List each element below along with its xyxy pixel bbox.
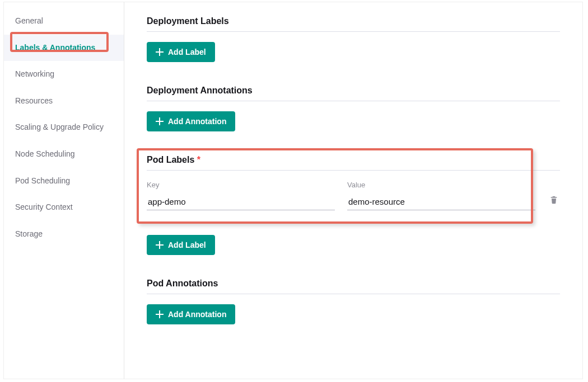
delete-pod-label-button[interactable] <box>548 195 560 207</box>
section-title: Pod Labels * <box>147 155 560 171</box>
plus-icon <box>156 241 164 249</box>
sidebar-item-general[interactable]: General <box>4 8 124 35</box>
sidebar-item-labels-annotations[interactable]: Labels & Annotations <box>4 35 124 62</box>
section-deployment-labels: Deployment Labels Add Label <box>147 16 560 62</box>
section-title: Pod Annotations <box>147 279 560 294</box>
sidebar-item-label: Node Scheduling <box>15 149 75 158</box>
pod-label-value-col: Value <box>347 181 535 210</box>
sidebar-item-label: Security Context <box>15 202 73 211</box>
sidebar: General Labels & Annotations Networking … <box>4 2 124 379</box>
sidebar-item-security-context[interactable]: Security Context <box>4 194 124 221</box>
app-frame: General Labels & Annotations Networking … <box>3 2 583 379</box>
sidebar-item-label: Labels & Annotations <box>15 43 95 52</box>
add-pod-annotation-button[interactable]: Add Annotation <box>147 304 235 324</box>
add-deployment-annotation-button[interactable]: Add Annotation <box>147 111 235 131</box>
section-pod-annotations: Pod Annotations Add Annotation <box>147 279 560 324</box>
section-deployment-annotations: Deployment Annotations Add Annotation <box>147 86 560 131</box>
section-pod-labels: Pod Labels * Key Value <box>147 155 560 255</box>
add-deployment-label-button[interactable]: Add Label <box>147 42 215 62</box>
pod-label-key-col: Key <box>147 181 335 210</box>
sidebar-item-scaling-upgrade-policy[interactable]: Scaling & Upgrade Policy <box>4 114 124 141</box>
sidebar-item-node-scheduling[interactable]: Node Scheduling <box>4 141 124 168</box>
sidebar-item-label: Resources <box>15 96 53 105</box>
section-title: Deployment Labels <box>147 16 560 32</box>
button-label: Add Annotation <box>168 117 226 126</box>
sidebar-item-storage[interactable]: Storage <box>4 221 124 248</box>
sidebar-item-label: Scaling & Upgrade Policy <box>15 122 104 131</box>
add-pod-label-button[interactable]: Add Label <box>147 235 215 255</box>
pod-label-key-input[interactable] <box>147 194 335 210</box>
button-label: Add Label <box>168 240 206 249</box>
pod-label-value-input[interactable] <box>347 194 535 210</box>
sidebar-item-pod-scheduling[interactable]: Pod Scheduling <box>4 168 124 195</box>
section-title: Deployment Annotations <box>147 86 560 101</box>
sidebar-item-label: Pod Scheduling <box>15 176 70 185</box>
sidebar-item-resources[interactable]: Resources <box>4 88 124 115</box>
section-title-text: Pod Labels <box>147 155 194 164</box>
sidebar-item-label: Networking <box>15 69 54 78</box>
plus-icon <box>156 117 164 125</box>
plus-icon <box>156 310 164 318</box>
sidebar-item-networking[interactable]: Networking <box>4 61 124 88</box>
button-label: Add Label <box>168 48 206 56</box>
key-column-label: Key <box>147 181 335 189</box>
pod-label-row: Key Value <box>147 181 560 210</box>
main-content: Deployment Labels Add Label Deployment A… <box>124 2 582 379</box>
trash-icon <box>549 195 558 207</box>
plus-icon <box>156 48 164 56</box>
required-marker: * <box>197 155 200 164</box>
value-column-label: Value <box>347 181 535 189</box>
sidebar-item-label: General <box>15 16 43 25</box>
button-label: Add Annotation <box>168 310 226 319</box>
sidebar-item-label: Storage <box>15 229 43 238</box>
